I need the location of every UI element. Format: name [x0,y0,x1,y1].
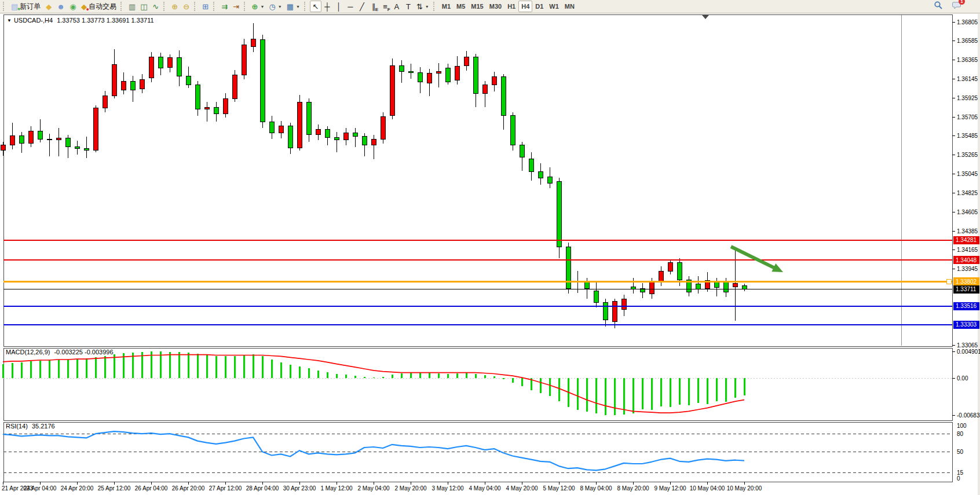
new-order-button[interactable]: ▤+新订单 [9,1,43,12]
metaeditor-button[interactable]: ◆ [43,1,54,12]
timeframe-d1[interactable]: D1 [532,1,546,12]
trendline-icon: ╱ [360,3,364,10]
candle [47,139,52,140]
candle [353,133,357,137]
timeframe-m15[interactable]: M15 [468,1,486,12]
svg-text:1.33711: 1.33711 [956,286,977,292]
timeframe-w1[interactable]: W1 [546,1,562,12]
autoscroll-button[interactable]: ⇉ [219,1,231,12]
dropdown-caret-icon: ▼ [296,5,300,9]
overlay-glyph: ● [86,7,89,12]
svg-text:1.35925: 1.35925 [957,95,978,101]
svg-text:1.35705: 1.35705 [957,114,978,120]
periods-button[interactable]: ◷▼ [266,1,284,12]
chart-title-toggle-icon[interactable]: ▼ [7,18,12,23]
profile-button[interactable]: ☻ [54,1,67,12]
trendline-button[interactable]: ╱ [356,1,368,12]
svg-text:9 May 12:00: 9 May 12:00 [654,485,686,492]
timeframe-w1-label: W1 [549,3,559,10]
candle [306,102,311,135]
candle [84,149,89,151]
timeframe-mn[interactable]: MN [562,1,577,12]
toolbar: ▤+新订单◆☻◉◆●自动交易▥◫∿⊕⊖⊞⇉⇥⊕▼◷▼▦▼↖┼│─╱∥E≡FAT⇅… [0,0,980,13]
bar-chart-icon: ▥ [129,3,136,10]
svg-text:1.34385: 1.34385 [957,228,978,234]
new-order-icon: ▤+ [11,3,18,10]
candle [482,85,487,93]
candle [427,74,432,83]
svg-text:5 May 12:00: 5 May 12:00 [543,485,575,492]
svg-text:8 May 20:00: 8 May 20:00 [617,485,649,492]
candle [677,263,682,280]
bar-chart-button[interactable]: ▥ [126,1,138,12]
svg-text:1.34281: 1.34281 [956,237,977,243]
candle [186,76,191,85]
templates-button[interactable]: ▦▼ [284,1,302,12]
svg-text:0.004901: 0.004901 [957,349,980,355]
svg-text:8 May 04:00: 8 May 04:00 [580,485,612,492]
candle [149,57,153,78]
fibonacci-button[interactable]: ≡F [379,1,391,12]
candle [557,181,561,247]
candle [381,116,385,139]
candle [612,302,617,321]
chart-canvas[interactable]: 1.368051.365851.363651.361451.359251.357… [0,0,980,495]
timeframe-h1[interactable]: H1 [504,1,518,12]
timeframe-h4[interactable]: H4 [518,1,532,12]
cursor-button[interactable]: ↖ [310,1,321,12]
autotrading-icon: ◆● [81,3,87,10]
svg-text:-0.006838: -0.006838 [957,412,980,419]
tile-windows-button[interactable]: ⊞ [200,1,211,12]
vertical-line-button[interactable]: │ [333,1,345,12]
candle [455,67,459,80]
search-button[interactable] [931,1,945,12]
svg-text:30 Apr 23:00: 30 Apr 23:00 [283,485,316,492]
horizontal-line-button[interactable]: ─ [345,1,356,12]
timeframe-m1[interactable]: M1 [439,1,454,12]
candle [65,138,70,147]
chart-ohlc-values: 1.33753 1.33773 1.33691 1.33711 [57,17,153,24]
arrows-button[interactable]: ⇅▼ [414,1,432,12]
candle [445,68,450,82]
candlestick-button[interactable]: ◫ [138,1,149,12]
zoom-out-button[interactable]: ⊖ [181,1,192,12]
toolbar-group-windows: ⊞ [200,1,211,12]
svg-text:1.34825: 1.34825 [957,190,978,196]
text-button[interactable]: A [391,1,403,12]
template-icon: ▦ [287,3,294,10]
dropdown-caret-icon: ▼ [425,5,429,9]
candle [408,72,413,73]
chart-shift-icon: ⇥ [233,3,239,10]
candle [668,263,672,272]
candle [723,281,728,292]
autotrading-button[interactable]: ◆●自动交易 [79,1,119,12]
channel-button[interactable]: ∥E [368,1,379,12]
timeframe-m30-label: M30 [489,3,502,10]
indicators-button[interactable]: ⊕▼ [250,1,267,12]
timeframe-m5-label: M5 [456,3,465,10]
notification-badge: 1 [959,0,965,5]
zoom-in-icon: ⊕ [171,3,178,10]
hline-anchor-marker[interactable] [946,279,951,284]
cursor-icon: ↖ [312,3,319,10]
timeframe-m30[interactable]: M30 [487,1,504,12]
candle [232,75,237,98]
toolbar-right: 1 [931,1,979,12]
timeframe-m5[interactable]: M5 [454,1,468,12]
candle [10,135,14,145]
toolbar-grip [163,2,166,11]
line-chart-button[interactable]: ∿ [150,1,162,12]
candle [464,57,469,65]
zoom-in-button[interactable]: ⊕ [169,1,181,12]
chart-shift-button[interactable]: ⇥ [231,1,242,12]
candle [492,77,496,85]
candle [121,81,126,90]
crosshair-button[interactable]: ┼ [321,1,333,12]
svg-text:1.33802: 1.33802 [956,278,977,285]
signals-button[interactable]: ◉ [67,1,79,12]
notifications-button[interactable]: 1 [950,1,964,12]
timeframe-h4-label: H4 [521,3,529,10]
svg-text:0.00: 0.00 [957,375,968,382]
svg-text:1.34048: 1.34048 [956,257,977,263]
text-label-button[interactable]: T [403,1,414,12]
